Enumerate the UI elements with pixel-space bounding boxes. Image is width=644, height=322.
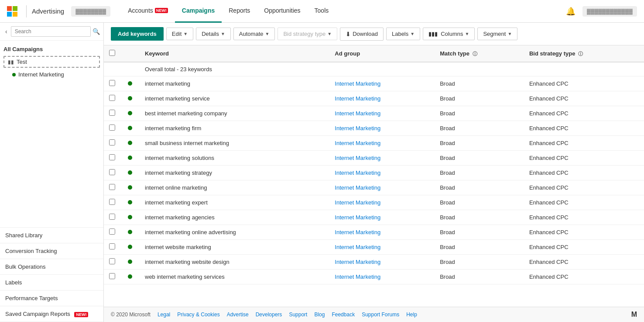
row-checkbox-cell [104,210,120,225]
all-campaigns-title: All Campaigns [3,44,100,54]
campaign-item-test[interactable]: ▮▮ Test [3,56,100,68]
row-checkbox[interactable] [109,214,115,220]
account-selector[interactable]: ▓▓▓▓▓▓▓▓ [71,6,110,17]
svg-rect-2 [7,12,12,17]
row-checkbox[interactable] [109,125,115,131]
columns-icon: ▮▮▮ [428,31,438,37]
nav-link-tools[interactable]: Tools [308,0,336,23]
row-checkbox[interactable] [109,110,115,116]
user-account-box[interactable]: ▓▓▓▓▓▓▓▓▓▓▓▓ [582,6,637,17]
download-button[interactable]: ⬇ Download [340,28,384,41]
notifications-bell[interactable]: 🔔 [566,7,575,16]
row-adgroup: Internet Marketing [329,225,435,240]
footer-link-help[interactable]: Help [406,312,417,318]
footer-link-support[interactable]: Support [289,312,307,318]
row-status-cell [120,195,140,210]
select-all-checkbox[interactable] [109,50,115,56]
bid-strategy-chevron-icon: ▼ [327,31,332,36]
row-bidstrategy: Enhanced CPC [524,76,644,91]
columns-chevron-icon: ▼ [465,31,469,36]
footer-link-feedback[interactable]: Feedback [332,312,355,318]
row-bidstrategy: Enhanced CPC [524,166,644,180]
bid-strategy-type-button[interactable]: Bid strategy type ▼ [277,28,337,40]
details-button[interactable]: Details ▼ [196,28,231,40]
row-status-cell [120,136,140,151]
adgroup-link[interactable]: Internet Marketing [335,110,380,117]
footer-link-privacy[interactable]: Privacy & Cookies [177,312,219,318]
row-keyword: internet online marketing [140,180,329,195]
row-keyword: internet marketing service [140,91,329,106]
row-matchtype: Broad [435,151,524,166]
row-checkbox[interactable] [109,154,115,160]
nav-link-accounts[interactable]: Accounts NEW! [121,0,175,23]
row-checkbox-cell [104,151,120,166]
matchtype-help-icon[interactable]: ⓘ [473,51,477,56]
adgroup-link[interactable]: Internet Marketing [335,125,380,132]
status-dot [128,81,132,86]
sidebar-item-shared-library[interactable]: Shared Library [0,228,103,243]
row-bidstrategy: Enhanced CPC [524,121,644,136]
footer-link-advertise[interactable]: Advertise [227,312,249,318]
nav-link-reports[interactable]: Reports [222,0,257,23]
row-checkbox[interactable] [109,80,115,86]
adgroup-link[interactable]: Internet Marketing [335,244,380,250]
adgroup-link[interactable]: Internet Marketing [335,229,380,235]
adgroup-link[interactable]: Internet Marketing [335,170,380,176]
footer-link-developers[interactable]: Developers [256,312,282,318]
accounts-new-badge: NEW! [155,8,168,13]
row-status-cell [120,225,140,240]
footer-link-legal[interactable]: Legal [158,312,170,318]
row-status-cell [120,255,140,270]
adgroup-link[interactable]: Internet Marketing [335,140,380,146]
nav-link-opportunities[interactable]: Opportunities [257,0,307,23]
adgroup-link[interactable]: Internet Marketing [335,274,380,280]
row-checkbox[interactable] [109,139,115,145]
ad-group-item-internet-marketing[interactable]: Internet Marketing [3,69,100,80]
sidebar-item-bulk-operations[interactable]: Bulk Operations [0,259,103,275]
search-icon[interactable]: 🔍 [92,28,100,35]
row-checkbox[interactable] [109,199,115,205]
row-adgroup: Internet Marketing [329,210,435,225]
automate-button[interactable]: Automate ▼ [233,28,275,40]
row-status-cell [120,91,140,106]
adgroup-link[interactable]: Internet Marketing [335,80,380,87]
microsoft-logo [7,6,17,17]
row-checkbox[interactable] [109,184,115,190]
status-dot [128,170,132,175]
sidebar-collapse-button[interactable]: ‹ [3,26,9,37]
adgroup-link[interactable]: Internet Marketing [335,184,380,191]
row-checkbox[interactable] [109,273,115,279]
nav-link-campaigns[interactable]: Campaigns [175,0,222,23]
status-dot [128,185,132,190]
segment-chevron-icon: ▼ [507,31,512,36]
sidebar-item-performance-targets[interactable]: Performance Targets [0,291,103,306]
adgroup-link[interactable]: Internet Marketing [335,259,380,265]
row-checkbox[interactable] [109,95,115,101]
row-checkbox[interactable] [109,169,115,175]
sidebar-item-saved-campaign-reports[interactable]: Saved Campaign Reports NEW! [0,306,103,322]
edit-button[interactable]: Edit ▼ [166,28,193,40]
search-input[interactable] [11,26,91,37]
adgroup-link[interactable]: Internet Marketing [335,95,380,102]
toolbar: Add keywords Edit ▼ Details ▼ Automate ▼… [104,23,644,45]
footer-link-support-forums[interactable]: Support Forums [362,312,399,318]
labels-button[interactable]: Labels ▼ [386,28,420,40]
row-checkbox[interactable] [109,229,115,235]
bidstrategy-help-icon[interactable]: ⓘ [578,51,583,56]
adgroup-link[interactable]: Internet Marketing [335,155,380,161]
segment-button[interactable]: Segment ▼ [477,28,517,40]
columns-button[interactable]: ▮▮▮ Columns ▼ [423,28,475,40]
svg-rect-3 [13,12,17,17]
adgroup-link[interactable]: Internet Marketing [335,214,380,221]
row-checkbox[interactable] [109,258,115,264]
row-status-cell [120,76,140,91]
footer-link-blog[interactable]: Blog [314,312,325,318]
sidebar-item-labels[interactable]: Labels [0,275,103,291]
adgroup-link[interactable]: Internet Marketing [335,199,380,206]
row-checkbox[interactable] [109,243,115,249]
add-keywords-button[interactable]: Add keywords [111,27,164,41]
row-keyword: best internet marketing company [140,106,329,121]
table-row: small business internet marketing Intern… [104,136,644,151]
total-row: Overall total - 23 keywords [104,62,644,76]
sidebar-item-conversion-tracking[interactable]: Conversion Tracking [0,243,103,259]
